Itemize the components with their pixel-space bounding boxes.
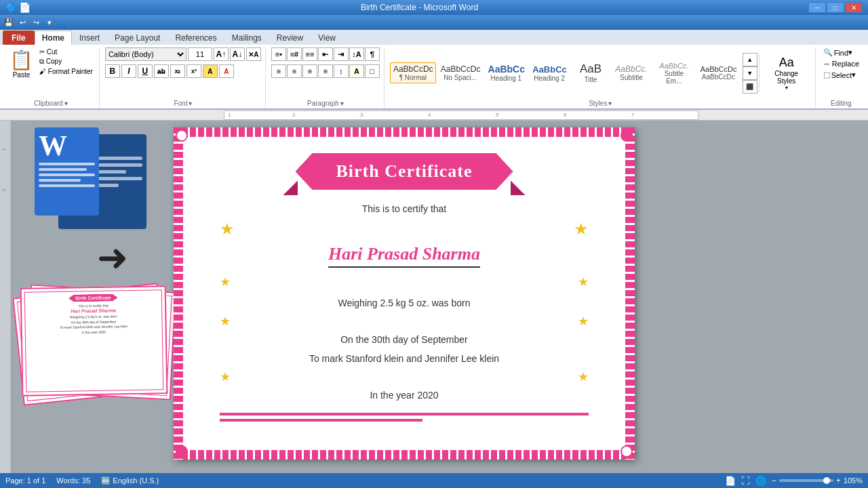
styles-group-label: Styles ▾ [589,98,612,108]
increase-indent-button[interactable]: ⇥ [334,47,349,61]
tab-mailings[interactable]: Mailings [224,30,269,45]
content-area: W ➜ Birth Certificate This [11,121,868,473]
styles-expand-icon[interactable]: ▾ [608,100,612,107]
cert-title: Birth Certificate [336,161,472,181]
bullets-button[interactable]: ≡• [271,47,286,61]
styles-scroll-down[interactable]: ▼ [743,66,757,80]
decrease-indent-button[interactable]: ⇤ [318,47,333,61]
align-right-button[interactable]: ≡ [302,64,317,78]
font-size-input[interactable] [188,47,212,61]
font-grow-button[interactable]: A↑ [214,47,229,61]
paste-button[interactable]: 📋 Paste [7,47,36,98]
replace-button[interactable]: ↔ Replace [821,59,861,68]
find-icon: 🔍 [823,48,833,57]
format-painter-button[interactable]: 🖌 Format Painter [37,67,95,76]
strikethrough-button[interactable]: ab [154,64,169,78]
zoom-increase-icon[interactable]: + [836,476,841,485]
multilevel-button[interactable]: ≡≡ [302,47,317,61]
redo-qa-button[interactable]: ↪ [30,16,42,28]
tab-file[interactable]: File [3,30,35,45]
paragraph-expand-icon[interactable]: ▾ [340,100,344,107]
numbering-button[interactable]: ≡# [287,47,302,61]
clipboard-expand-icon[interactable]: ▾ [64,100,68,107]
cut-button[interactable]: ✂ Cut [37,47,95,56]
copy-button[interactable]: ⧉ Copy [37,57,95,66]
close-button[interactable]: ✕ [845,2,863,13]
font-name-select[interactable]: Calibri (Body) [105,47,186,61]
styles-scroll-up[interactable]: ▲ [743,53,757,66]
borders-button[interactable]: □ [365,64,380,78]
bold-button[interactable]: B [105,64,120,78]
zoom-slider[interactable] [779,479,833,482]
line-spacing-button[interactable]: ↕ [334,64,349,78]
view-print-icon[interactable]: 📄 [725,476,736,486]
sort-button[interactable]: ↕A [349,47,364,61]
style-subtle-emphasis[interactable]: AaBbCc. Subtle Em... [652,60,696,87]
left-ruler: 1 2 [0,121,11,473]
view-fullscreen-icon[interactable]: ⛶ [741,476,750,486]
cert-certify-text: This is to certify that [362,203,446,214]
style-subtitle[interactable]: AaBbCc. Subtitle [612,62,651,83]
tab-page-layout[interactable]: Page Layout [107,30,167,45]
shading-button[interactable]: A [349,64,364,78]
zoom-control[interactable]: − + 105% [772,476,863,485]
undo-qa-button[interactable]: ↩ [16,16,28,28]
show-hide-button[interactable]: ¶ [365,47,380,61]
tab-references[interactable]: References [167,30,224,45]
style-normal[interactable]: AaBbCcDc ¶ Normal [390,62,436,83]
superscript-button[interactable]: x² [186,64,201,78]
style-title[interactable]: AaB Title [571,60,610,85]
quick-access-toolbar: 💾 ↩ ↪ ▾ [0,15,868,30]
underline-button[interactable]: U [138,64,153,78]
star-left-1: ★ [220,220,235,239]
font-group-label: Font ▾ [174,98,192,108]
tab-insert[interactable]: Insert [72,30,107,45]
document[interactable]: Birth Certificate This is to certify tha… [174,127,635,460]
cert-date-text: On the 30th day of September [340,334,468,345]
cert-name-row: Hari Prasad Sharma [199,244,609,268]
style-no-spacing[interactable]: AaBbCcDc No Spaci... [437,62,484,83]
tab-view[interactable]: View [311,30,343,45]
font-color-button[interactable]: A [219,64,234,78]
border-bottom [174,450,635,460]
font-shrink-button[interactable]: A↓ [230,47,245,61]
zoom-decrease-icon[interactable]: − [772,476,776,485]
tab-home[interactable]: Home [35,30,72,45]
view-web-icon[interactable]: 🌐 [755,476,766,486]
maximize-button[interactable]: □ [827,2,844,13]
minimize-button[interactable]: ─ [808,2,826,13]
align-center-button[interactable]: ≡ [287,64,302,78]
find-button[interactable]: 🔍 Find ▾ [821,47,854,58]
font-expand-icon[interactable]: ▾ [189,100,192,107]
more-qa-button[interactable]: ▾ [43,16,56,28]
italic-button[interactable]: I [121,64,136,78]
corner-bl [176,445,188,458]
text-highlight-button[interactable]: A [203,64,218,78]
status-language[interactable]: 🔤 English (U.S.) [101,476,159,485]
word-front-document: W [35,127,99,216]
align-left-button[interactable]: ≡ [271,64,286,78]
save-qa-button[interactable]: 💾 [3,16,15,28]
change-styles-button[interactable]: Aa Change Styles ▾ [762,54,811,92]
paragraph-row-1: ≡• ≡# ≡≡ ⇤ ⇥ ↕A ¶ [271,47,380,61]
styles-expand[interactable]: ⬛ [743,80,757,94]
select-icon: ⬚ [823,70,830,79]
stars-row-3: ★ ★ [220,314,589,329]
tab-review[interactable]: Review [269,30,311,45]
subscript-button[interactable]: x₂ [170,64,185,78]
format-painter-icon: 🖌 [39,68,46,75]
paragraph-row-2: ≡ ≡ ≡ ≡ ↕ A □ [271,64,380,78]
select-label: Select [831,71,852,79]
clear-formatting-button[interactable]: ✕A [246,47,261,61]
select-button[interactable]: ⬚ Select ▾ [821,70,859,80]
star-left-2: ★ [220,274,231,289]
style-heading1[interactable]: AaBbCc Heading 1 [485,62,528,84]
stars-row-4: ★ ★ [220,369,589,384]
stars-row-2: ★ ★ [220,274,589,289]
justify-button[interactable]: ≡ [318,64,333,78]
paragraph-group-label: Paragraph ▾ [307,98,344,108]
titlebar-controls[interactable]: ─ □ ✕ [808,2,863,13]
style-subtle-em2[interactable]: AaBbCcDc AaBbCcDc [697,63,740,83]
star-right-3: ★ [578,314,589,329]
style-heading2[interactable]: AaBbCc Heading 2 [529,62,570,84]
